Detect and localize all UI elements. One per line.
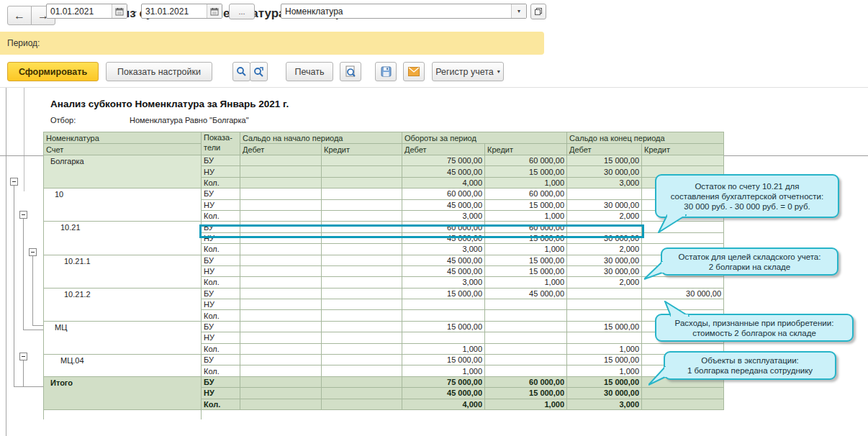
date-to-field[interactable]: 31.01.2021 — [141, 4, 222, 19]
amount-cell[interactable] — [322, 155, 402, 166]
amount-cell[interactable]: 1,000 — [485, 210, 567, 221]
amount-cell[interactable]: 15 000,00 — [485, 388, 567, 399]
amount-cell[interactable] — [322, 265, 402, 276]
amount-cell[interactable] — [485, 299, 567, 310]
back-button[interactable]: ← — [7, 6, 32, 25]
amount-cell[interactable] — [240, 210, 322, 221]
print-button[interactable]: Печать — [286, 62, 333, 81]
amount-cell[interactable]: 3,000 — [402, 277, 485, 288]
account-cell[interactable]: Болгарка — [44, 155, 202, 189]
amount-cell[interactable]: 30 000,00 — [567, 265, 642, 276]
indicator-cell[interactable]: НУ — [202, 332, 240, 343]
amount-cell[interactable]: 15 000,00 — [402, 355, 485, 365]
amount-cell[interactable] — [240, 255, 322, 265]
amount-cell[interactable] — [240, 321, 322, 332]
amount-cell[interactable] — [642, 155, 724, 166]
amount-cell[interactable] — [240, 199, 322, 210]
amount-cell[interactable] — [322, 355, 402, 365]
amount-cell[interactable] — [240, 177, 322, 188]
amount-cell[interactable]: 30 000,00 — [567, 255, 642, 265]
amount-cell[interactable]: 15 000,00 — [567, 376, 642, 387]
collapse-group-bolgarka[interactable] — [10, 178, 18, 186]
amount-cell[interactable] — [322, 310, 402, 321]
amount-cell[interactable] — [322, 388, 402, 399]
amount-cell[interactable] — [567, 299, 642, 310]
date-from-field[interactable]: 01.01.2021 — [46, 4, 127, 19]
indicator-cell[interactable]: БУ — [202, 155, 240, 166]
account-cell[interactable]: 10.21 — [44, 222, 202, 255]
amount-cell[interactable]: 75 000,00 — [402, 376, 485, 387]
amount-cell[interactable]: 45 000,00 — [402, 166, 485, 177]
account-cell[interactable]: МЦ.04 — [44, 355, 202, 377]
amount-cell[interactable] — [642, 388, 724, 399]
amount-cell[interactable] — [485, 321, 567, 332]
account-cell[interactable]: 10.21.2 — [44, 288, 202, 321]
amount-cell[interactable]: 3,000 — [567, 177, 642, 188]
amount-cell[interactable]: 15 000,00 — [567, 355, 642, 365]
indicator-cell[interactable]: БУ — [202, 355, 240, 365]
amount-cell[interactable] — [402, 299, 485, 310]
amount-cell[interactable] — [322, 288, 402, 299]
amount-cell[interactable]: 2,000 — [567, 277, 642, 288]
amount-cell[interactable]: 1,000 — [402, 343, 485, 354]
amount-cell[interactable] — [322, 210, 402, 221]
amount-cell[interactable] — [402, 332, 485, 343]
amount-cell[interactable] — [322, 365, 402, 376]
generate-report-button[interactable]: Сформировать — [7, 62, 99, 81]
account-cell[interactable]: 10.21.1 — [44, 255, 202, 288]
indicator-cell[interactable]: Кол. — [202, 365, 240, 376]
amount-cell[interactable] — [322, 277, 402, 288]
amount-cell[interactable] — [240, 388, 322, 399]
amount-cell[interactable] — [240, 288, 322, 299]
amount-cell[interactable]: 60 000,00 — [485, 155, 567, 166]
indicator-cell[interactable]: БУ — [202, 255, 240, 265]
indicator-cell[interactable]: Кол. — [202, 177, 240, 188]
amount-cell[interactable] — [567, 310, 642, 321]
amount-cell[interactable]: 3,000 — [567, 399, 642, 409]
amount-cell[interactable] — [240, 332, 322, 343]
indicator-cell[interactable]: НУ — [202, 265, 240, 276]
amount-cell[interactable]: 60 000,00 — [402, 189, 485, 199]
amount-cell[interactable] — [322, 189, 402, 199]
amount-cell[interactable]: 2,000 — [567, 244, 642, 255]
amount-cell[interactable]: 75 000,00 — [402, 155, 485, 166]
amount-cell[interactable]: 30 000,00 — [567, 166, 642, 177]
amount-cell[interactable]: 1,000 — [567, 343, 642, 354]
amount-cell[interactable]: 1,000 — [402, 365, 485, 376]
account-cell[interactable]: 10 — [44, 189, 202, 222]
register-menu-button[interactable]: Регистр учета▾ — [432, 62, 504, 81]
amount-cell[interactable]: 15 000,00 — [485, 265, 567, 276]
amount-cell[interactable]: 60 000,00 — [485, 189, 567, 199]
indicator-cell[interactable]: Кол. — [202, 399, 240, 409]
amount-cell[interactable]: 15 000,00 — [402, 321, 485, 332]
amount-cell[interactable] — [642, 232, 724, 243]
amount-cell[interactable] — [240, 189, 322, 199]
indicator-cell[interactable]: Кол. — [202, 310, 240, 321]
amount-cell[interactable] — [240, 310, 322, 321]
amount-cell[interactable]: 2,000 — [567, 210, 642, 221]
amount-cell[interactable]: 4,000 — [402, 177, 485, 188]
indicator-cell[interactable]: НУ — [202, 166, 240, 177]
amount-cell[interactable]: 15 000,00 — [567, 321, 642, 332]
show-settings-button[interactable]: Показать настройки — [106, 62, 212, 81]
amount-cell[interactable] — [240, 399, 322, 409]
amount-cell[interactable]: 30 000,00 — [567, 199, 642, 210]
amount-cell[interactable] — [322, 244, 402, 255]
amount-cell[interactable]: 1,000 — [485, 277, 567, 288]
amount-cell[interactable] — [322, 343, 402, 354]
amount-cell[interactable]: 45 000,00 — [485, 288, 567, 299]
amount-cell[interactable]: 45 000,00 — [402, 265, 485, 276]
collapse-group-10[interactable] — [19, 211, 27, 219]
indicator-cell[interactable]: БУ — [202, 189, 240, 199]
amount-cell[interactable] — [322, 177, 402, 188]
amount-cell[interactable] — [240, 355, 322, 365]
amount-cell[interactable]: 15 000,00 — [402, 288, 485, 299]
amount-cell[interactable] — [485, 332, 567, 343]
indicator-cell[interactable]: Кол. — [202, 210, 240, 221]
open-list-button[interactable] — [530, 4, 546, 19]
amount-cell[interactable] — [240, 244, 322, 255]
amount-cell[interactable]: 1,000 — [567, 365, 642, 376]
amount-cell[interactable] — [485, 365, 567, 376]
email-button[interactable] — [403, 62, 425, 81]
collapse-group-mc[interactable] — [19, 353, 27, 360]
